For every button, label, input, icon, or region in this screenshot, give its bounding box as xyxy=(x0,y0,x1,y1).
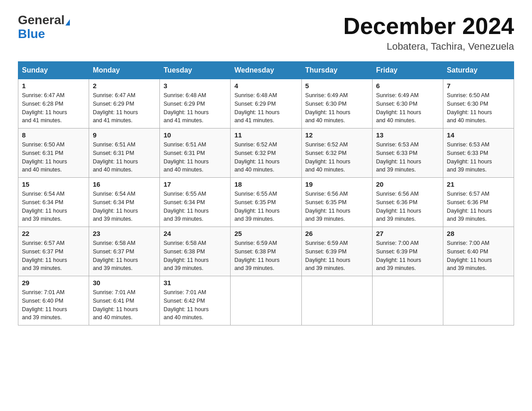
day-info: Sunrise: 6:55 AM Sunset: 6:34 PM Dayligh… xyxy=(163,190,227,223)
day-number: 5 xyxy=(305,82,369,90)
calendar-cell: 16 Sunrise: 6:54 AM Sunset: 6:34 PM Dayl… xyxy=(89,178,160,227)
day-number: 12 xyxy=(305,131,369,139)
calendar-cell: 6 Sunrise: 6:49 AM Sunset: 6:30 PM Dayli… xyxy=(372,79,443,128)
day-number: 28 xyxy=(447,230,510,237)
day-number: 24 xyxy=(163,230,227,237)
col-header-monday: Monday xyxy=(89,62,160,79)
day-info: Sunrise: 6:51 AM Sunset: 6:31 PM Dayligh… xyxy=(93,141,156,174)
col-header-wednesday: Wednesday xyxy=(231,62,301,79)
calendar-cell: 29 Sunrise: 7:01 AM Sunset: 6:40 PM Dayl… xyxy=(18,276,89,325)
calendar-cell: 26 Sunrise: 6:59 AM Sunset: 6:39 PM Dayl… xyxy=(301,227,372,276)
day-info: Sunrise: 6:50 AM Sunset: 6:31 PM Dayligh… xyxy=(22,141,85,174)
day-number: 27 xyxy=(376,230,439,237)
day-info: Sunrise: 6:53 AM Sunset: 6:33 PM Dayligh… xyxy=(376,141,439,174)
day-info: Sunrise: 6:56 AM Sunset: 6:35 PM Dayligh… xyxy=(305,190,369,223)
day-number: 11 xyxy=(234,131,297,139)
day-number: 3 xyxy=(163,82,227,90)
day-info: Sunrise: 6:47 AM Sunset: 6:29 PM Dayligh… xyxy=(93,91,156,125)
day-number: 1 xyxy=(22,82,85,90)
day-info: Sunrise: 6:55 AM Sunset: 6:35 PM Dayligh… xyxy=(234,190,297,223)
day-number: 7 xyxy=(447,82,510,90)
calendar-cell xyxy=(443,276,514,325)
day-info: Sunrise: 6:48 AM Sunset: 6:29 PM Dayligh… xyxy=(163,91,227,125)
day-number: 29 xyxy=(22,279,85,287)
calendar-cell: 9 Sunrise: 6:51 AM Sunset: 6:31 PM Dayli… xyxy=(89,128,160,178)
calendar-cell: 17 Sunrise: 6:55 AM Sunset: 6:34 PM Dayl… xyxy=(160,178,231,227)
day-number: 9 xyxy=(93,131,156,139)
day-info: Sunrise: 6:49 AM Sunset: 6:30 PM Dayligh… xyxy=(305,91,369,125)
calendar-cell: 27 Sunrise: 7:00 AM Sunset: 6:39 PM Dayl… xyxy=(372,227,443,276)
day-number: 2 xyxy=(93,82,156,90)
day-number: 10 xyxy=(163,131,227,139)
day-number: 14 xyxy=(447,131,510,139)
calendar-cell xyxy=(301,276,372,325)
calendar-week-row: 1 Sunrise: 6:47 AM Sunset: 6:28 PM Dayli… xyxy=(18,79,514,128)
day-number: 4 xyxy=(234,82,297,90)
day-info: Sunrise: 7:01 AM Sunset: 6:41 PM Dayligh… xyxy=(93,288,156,322)
day-number: 30 xyxy=(93,279,156,287)
col-header-saturday: Saturday xyxy=(443,62,514,79)
calendar-cell: 12 Sunrise: 6:52 AM Sunset: 6:32 PM Dayl… xyxy=(301,128,372,178)
day-info: Sunrise: 6:54 AM Sunset: 6:34 PM Dayligh… xyxy=(22,190,85,223)
day-info: Sunrise: 7:01 AM Sunset: 6:42 PM Dayligh… xyxy=(163,288,227,322)
day-number: 26 xyxy=(305,230,369,237)
day-info: Sunrise: 6:50 AM Sunset: 6:30 PM Dayligh… xyxy=(447,91,510,125)
day-info: Sunrise: 7:01 AM Sunset: 6:40 PM Dayligh… xyxy=(22,288,85,322)
col-header-sunday: Sunday xyxy=(18,62,89,79)
col-header-thursday: Thursday xyxy=(301,62,372,79)
location-title: Lobatera, Tachira, Venezuela xyxy=(343,41,514,52)
day-info: Sunrise: 6:54 AM Sunset: 6:34 PM Dayligh… xyxy=(93,190,156,223)
calendar-cell: 1 Sunrise: 6:47 AM Sunset: 6:28 PM Dayli… xyxy=(18,79,89,128)
day-number: 16 xyxy=(93,180,156,188)
page-header: General Blue December 2024 Lobatera, Tac… xyxy=(18,13,514,52)
calendar-cell: 15 Sunrise: 6:54 AM Sunset: 6:34 PM Dayl… xyxy=(18,178,89,227)
calendar-cell: 31 Sunrise: 7:01 AM Sunset: 6:42 PM Dayl… xyxy=(160,276,231,325)
day-number: 23 xyxy=(93,230,156,237)
calendar-cell: 20 Sunrise: 6:56 AM Sunset: 6:36 PM Dayl… xyxy=(372,178,443,227)
calendar-cell: 23 Sunrise: 6:58 AM Sunset: 6:37 PM Dayl… xyxy=(89,227,160,276)
calendar-cell: 8 Sunrise: 6:50 AM Sunset: 6:31 PM Dayli… xyxy=(18,128,89,178)
day-number: 21 xyxy=(447,180,510,188)
day-info: Sunrise: 6:57 AM Sunset: 6:37 PM Dayligh… xyxy=(22,239,85,273)
day-number: 18 xyxy=(234,180,297,188)
calendar-cell xyxy=(231,276,301,325)
calendar-week-row: 22 Sunrise: 6:57 AM Sunset: 6:37 PM Dayl… xyxy=(18,227,514,276)
col-header-friday: Friday xyxy=(372,62,443,79)
logo-general-text: General xyxy=(18,13,64,27)
day-number: 22 xyxy=(22,230,85,237)
calendar-week-row: 8 Sunrise: 6:50 AM Sunset: 6:31 PM Dayli… xyxy=(18,128,514,178)
title-block: December 2024 Lobatera, Tachira, Venezue… xyxy=(343,13,514,52)
calendar-cell: 24 Sunrise: 6:58 AM Sunset: 6:38 PM Dayl… xyxy=(160,227,231,276)
logo-blue-text: Blue xyxy=(18,27,45,41)
day-number: 17 xyxy=(163,180,227,188)
day-number: 25 xyxy=(234,230,297,237)
day-info: Sunrise: 6:58 AM Sunset: 6:37 PM Dayligh… xyxy=(93,239,156,273)
day-info: Sunrise: 6:51 AM Sunset: 6:31 PM Dayligh… xyxy=(163,141,227,174)
day-number: 31 xyxy=(163,279,227,287)
day-number: 15 xyxy=(22,180,85,188)
day-info: Sunrise: 6:56 AM Sunset: 6:36 PM Dayligh… xyxy=(376,190,439,223)
logo-triangle-icon xyxy=(65,19,70,26)
calendar-cell: 19 Sunrise: 6:56 AM Sunset: 6:35 PM Dayl… xyxy=(301,178,372,227)
calendar-cell: 13 Sunrise: 6:53 AM Sunset: 6:33 PM Dayl… xyxy=(372,128,443,178)
day-info: Sunrise: 6:59 AM Sunset: 6:39 PM Dayligh… xyxy=(305,239,369,273)
day-info: Sunrise: 6:53 AM Sunset: 6:33 PM Dayligh… xyxy=(447,141,510,174)
calendar-cell: 22 Sunrise: 6:57 AM Sunset: 6:37 PM Dayl… xyxy=(18,227,89,276)
calendar-cell xyxy=(372,276,443,325)
day-info: Sunrise: 7:00 AM Sunset: 6:40 PM Dayligh… xyxy=(447,239,510,273)
calendar-cell: 21 Sunrise: 6:57 AM Sunset: 6:36 PM Dayl… xyxy=(443,178,514,227)
day-info: Sunrise: 6:47 AM Sunset: 6:28 PM Dayligh… xyxy=(22,91,85,125)
day-number: 6 xyxy=(376,82,439,90)
day-number: 8 xyxy=(22,131,85,139)
calendar-cell: 28 Sunrise: 7:00 AM Sunset: 6:40 PM Dayl… xyxy=(443,227,514,276)
day-info: Sunrise: 6:48 AM Sunset: 6:29 PM Dayligh… xyxy=(234,91,297,125)
day-number: 20 xyxy=(376,180,439,188)
day-info: Sunrise: 6:57 AM Sunset: 6:36 PM Dayligh… xyxy=(447,190,510,223)
calendar-week-row: 15 Sunrise: 6:54 AM Sunset: 6:34 PM Dayl… xyxy=(18,178,514,227)
calendar-table: SundayMondayTuesdayWednesdayThursdayFrid… xyxy=(18,61,514,325)
day-info: Sunrise: 6:49 AM Sunset: 6:30 PM Dayligh… xyxy=(376,91,439,125)
calendar-cell: 30 Sunrise: 7:01 AM Sunset: 6:41 PM Dayl… xyxy=(89,276,160,325)
calendar-week-row: 29 Sunrise: 7:01 AM Sunset: 6:40 PM Dayl… xyxy=(18,276,514,325)
day-info: Sunrise: 6:52 AM Sunset: 6:32 PM Dayligh… xyxy=(305,141,369,174)
day-info: Sunrise: 6:58 AM Sunset: 6:38 PM Dayligh… xyxy=(163,239,227,273)
